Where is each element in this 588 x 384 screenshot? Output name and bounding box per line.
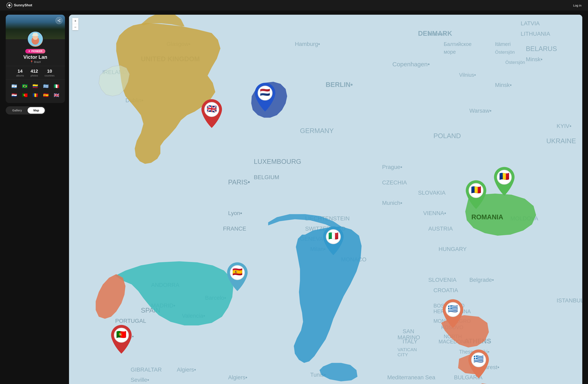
avatar: [27, 31, 43, 47]
svg-text:BELGIUM: BELGIUM: [254, 174, 279, 180]
svg-text:Minsk•: Minsk•: [495, 82, 512, 88]
svg-text:SLOVENIA: SLOVENIA: [428, 277, 457, 283]
profile-card: ✦ PIONEER Victor Lan 📍 Brazil 14 albums …: [6, 15, 65, 103]
svg-text:Copenhagen•: Copenhagen•: [392, 61, 430, 67]
share-button[interactable]: [56, 17, 63, 24]
logo: SunnyShot: [6, 2, 32, 8]
flag-colombia[interactable]: 🇨🇴: [32, 83, 39, 90]
svg-text:PARIS•: PARIS•: [228, 178, 250, 186]
map-area: + − Glasgow• IRELAND Dublin• UNITED KING…: [69, 15, 582, 384]
flag-romania[interactable]: 🇷🇴: [32, 92, 39, 99]
svg-text:LATVIA: LATVIA: [521, 20, 540, 26]
flag-uk[interactable]: 🇬🇧: [53, 92, 60, 99]
share-icon: [57, 19, 61, 22]
svg-text:UKRAINE: UKRAINE: [546, 137, 576, 145]
svg-point-4: [59, 21, 60, 22]
svg-text:🇪🇸: 🇪🇸: [232, 267, 243, 277]
flag-brazil[interactable]: 🇧🇷: [21, 83, 28, 90]
svg-text:GIBRALTAR: GIBRALTAR: [131, 366, 162, 373]
flag-spain[interactable]: 🇪🇸: [42, 92, 50, 99]
gallery-tab[interactable]: Gallery: [6, 107, 28, 114]
svg-text:LITHUANIA: LITHUANIA: [521, 31, 550, 37]
zoom-in-button[interactable]: +: [72, 18, 78, 24]
location-pin-icon: 📍: [30, 61, 33, 63]
stat-countries: 10 countries: [44, 69, 55, 77]
profile-stats: 14 albums 412 photos 10 countries: [6, 66, 65, 80]
login-button[interactable]: Log in: [573, 4, 582, 7]
avatar-wrap: [6, 31, 65, 47]
flag-argentina[interactable]: 🇦🇷: [11, 83, 18, 90]
svg-line-6: [59, 20, 60, 20]
stat-photos: 412 photos: [31, 69, 38, 77]
svg-text:BERLIN•: BERLIN•: [326, 81, 353, 88]
svg-text:VIENNA•: VIENNA•: [423, 210, 446, 216]
svg-text:PORTUGAL: PORTUGAL: [115, 318, 146, 324]
svg-text:Балтийское: Балтийское: [444, 41, 471, 47]
svg-text:Belgrade•: Belgrade•: [469, 277, 494, 283]
svg-text:BELARUS: BELARUS: [526, 45, 557, 52]
svg-text:Algiers•: Algiers•: [177, 366, 196, 373]
svg-point-2: [59, 19, 60, 20]
svg-text:Hamburg•: Hamburg•: [295, 41, 320, 47]
star-icon: ✦: [28, 50, 30, 53]
svg-text:Östersjön: Östersjön: [495, 50, 515, 55]
svg-text:Итämori: Итämori: [428, 32, 445, 37]
svg-text:CITY: CITY: [398, 352, 408, 357]
svg-text:🇬🇷: 🇬🇷: [448, 304, 458, 314]
svg-text:SLOVAKIA: SLOVAKIA: [418, 190, 446, 196]
flags-grid: 🇦🇷 🇧🇷 🇨🇴 🇬🇷 🇮🇹 🇳🇱 🇵🇹 🇷🇴 🇪🇸 🇬🇧: [6, 80, 65, 103]
svg-text:FRANCE: FRANCE: [223, 225, 246, 232]
pioneer-tag: ✦ PIONEER: [25, 49, 45, 53]
svg-text:🇳🇱: 🇳🇱: [260, 87, 270, 97]
svg-text:Munich•: Munich•: [382, 200, 402, 206]
svg-line-5: [59, 21, 60, 21]
svg-text:CROATIA: CROATIA: [433, 287, 458, 293]
svg-text:Mediterranean Sea: Mediterranean Sea: [387, 374, 436, 381]
svg-text:LUXEMBOURG: LUXEMBOURG: [254, 158, 301, 165]
svg-text:Lyon•: Lyon•: [228, 210, 242, 216]
svg-text:Itämeri: Itämeri: [495, 41, 511, 47]
pioneer-badge: ✦ PIONEER: [25, 49, 45, 53]
svg-text:Warsaw•: Warsaw•: [469, 107, 491, 114]
svg-text:🇮🇹: 🇮🇹: [328, 231, 339, 241]
zoom-out-button[interactable]: −: [72, 24, 78, 30]
svg-rect-11: [33, 33, 38, 35]
flag-portugal[interactable]: 🇵🇹: [21, 92, 28, 99]
svg-text:🇷🇴: 🇷🇴: [499, 171, 510, 181]
profile-location: 📍 Brazil: [6, 61, 65, 63]
svg-text:Östersjön: Östersjön: [505, 60, 525, 65]
svg-text:VATICAN: VATICAN: [398, 347, 417, 352]
stat-albums: 14 albums: [16, 69, 24, 77]
svg-text:KYIV•: KYIV•: [557, 123, 571, 129]
flag-netherlands[interactable]: 🇳🇱: [11, 92, 18, 99]
svg-text:море: море: [444, 49, 456, 55]
svg-text:MARINO: MARINO: [398, 334, 420, 341]
svg-point-3: [58, 20, 59, 21]
map-tab[interactable]: Map: [28, 107, 45, 114]
svg-text:SAN: SAN: [403, 328, 414, 334]
svg-text:POLAND: POLAND: [433, 132, 461, 140]
flag-greece[interactable]: 🇬🇷: [42, 83, 50, 90]
svg-text:🇷🇴: 🇷🇴: [471, 185, 482, 195]
svg-text:🇬🇷: 🇬🇷: [473, 354, 484, 364]
svg-text:ISTANBUL•: ISTANBUL•: [557, 297, 582, 303]
map-controls: + −: [72, 18, 78, 30]
svg-text:ROMANIA: ROMANIA: [471, 213, 503, 221]
svg-text:Prague•: Prague•: [382, 164, 402, 170]
svg-text:Minsk•: Minsk•: [526, 56, 543, 62]
svg-text:🇵🇹: 🇵🇹: [116, 329, 126, 339]
svg-text:Vilnius•: Vilnius•: [459, 72, 476, 78]
profile-name: Victor Lan: [6, 54, 65, 60]
svg-text:🇬🇧: 🇬🇧: [207, 104, 217, 114]
svg-text:HUNGARY: HUNGARY: [439, 246, 467, 252]
flag-italy[interactable]: 🇮🇹: [53, 83, 60, 90]
view-toggle: Gallery Map: [6, 106, 45, 115]
logo-icon: [6, 2, 12, 8]
logo-text: SunnyShot: [14, 3, 32, 7]
left-panel: ✦ PIONEER Victor Lan 📍 Brazil 14 albums …: [6, 15, 65, 384]
svg-text:AUSTRIA: AUSTRIA: [428, 225, 453, 232]
map-svg: Glasgow• IRELAND Dublin• UNITED KINGDOM …: [69, 15, 582, 384]
svg-text:CZECHIA: CZECHIA: [382, 179, 407, 186]
svg-text:Seville•: Seville•: [131, 377, 149, 383]
svg-text:GERMANY: GERMANY: [300, 127, 334, 134]
